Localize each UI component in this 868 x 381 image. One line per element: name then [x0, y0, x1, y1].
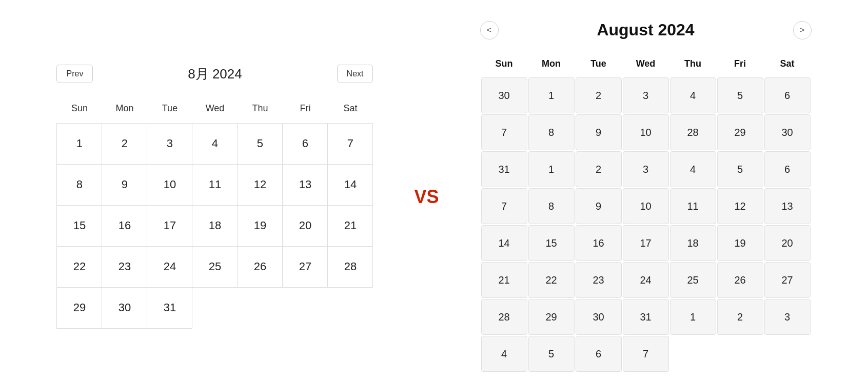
right-day-cell[interactable]: 4 [481, 336, 527, 372]
left-day-cell[interactable]: 9 [102, 164, 147, 205]
left-day-cell[interactable]: 24 [147, 246, 192, 287]
left-calendar: Prev 8月 2024 Next SunMonTueWedThuFriSat … [56, 65, 373, 329]
right-day-cell[interactable]: 19 [717, 225, 763, 261]
table-row: 293031 [57, 287, 373, 328]
right-day-header: Wed [623, 51, 669, 76]
right-day-cell[interactable]: 6 [576, 336, 622, 372]
table-row: 15161718192021 [57, 205, 373, 246]
left-day-cell[interactable]: 2 [102, 123, 147, 164]
right-next-button[interactable]: > [793, 21, 812, 39]
left-day-cell[interactable]: 28 [328, 246, 373, 287]
right-day-cell[interactable]: 5 [717, 77, 763, 113]
right-day-cell[interactable]: 13 [764, 188, 811, 224]
right-day-cell[interactable]: 20 [764, 225, 811, 261]
left-day-cell[interactable]: 17 [147, 205, 192, 246]
table-row: 31123456 [481, 151, 811, 187]
right-day-cell[interactable]: 3 [623, 151, 669, 187]
right-day-cell[interactable]: 5 [717, 151, 763, 187]
left-day-cell[interactable]: 30 [102, 287, 147, 328]
table-row: 78910111213 [481, 188, 811, 224]
right-day-cell[interactable]: 30 [481, 77, 527, 113]
right-day-cell[interactable]: 2 [576, 77, 622, 113]
right-day-cell[interactable]: 25 [670, 262, 716, 298]
left-day-cell[interactable]: 25 [192, 246, 238, 287]
right-day-cell[interactable]: 8 [528, 114, 575, 150]
left-day-cell[interactable]: 16 [102, 205, 147, 246]
right-day-cell[interactable]: 28 [670, 114, 716, 150]
right-day-cell[interactable]: 18 [670, 225, 716, 261]
left-day-cell [283, 287, 328, 328]
right-day-cell[interactable]: 27 [764, 262, 811, 298]
left-day-cell[interactable]: 19 [238, 205, 283, 246]
right-day-cell [717, 336, 763, 372]
left-day-cell[interactable]: 26 [238, 246, 283, 287]
right-day-cell[interactable]: 31 [623, 299, 669, 335]
left-day-cell[interactable]: 27 [283, 246, 328, 287]
left-day-cell[interactable]: 3 [147, 123, 192, 164]
left-day-cell[interactable]: 13 [283, 164, 328, 205]
left-day-cell[interactable]: 5 [238, 123, 283, 164]
right-day-cell[interactable]: 30 [576, 299, 622, 335]
right-day-cell[interactable]: 28 [481, 299, 527, 335]
right-day-cell[interactable]: 7 [623, 336, 669, 372]
right-day-cell[interactable]: 23 [576, 262, 622, 298]
right-day-cell[interactable]: 10 [623, 114, 669, 150]
right-month-title: August 2024 [597, 21, 694, 39]
right-day-cell[interactable]: 1 [528, 77, 575, 113]
left-day-cell [192, 287, 238, 328]
left-day-cell[interactable]: 10 [147, 164, 192, 205]
left-day-cell[interactable]: 8 [57, 164, 102, 205]
right-day-cell[interactable]: 11 [670, 188, 716, 224]
left-day-cell[interactable]: 21 [328, 205, 373, 246]
left-day-cell[interactable]: 20 [283, 205, 328, 246]
right-day-cell[interactable]: 5 [528, 336, 575, 372]
left-day-cell[interactable]: 15 [57, 205, 102, 246]
right-day-cell[interactable]: 31 [481, 151, 527, 187]
right-day-cell[interactable]: 21 [481, 262, 527, 298]
right-day-cell[interactable]: 8 [528, 188, 575, 224]
right-day-cell[interactable]: 3 [623, 77, 669, 113]
left-day-cell[interactable]: 7 [328, 123, 373, 164]
table-row: 22232425262728 [57, 246, 373, 287]
right-day-cell[interactable]: 7 [481, 188, 527, 224]
right-day-cell[interactable]: 9 [576, 188, 622, 224]
right-day-cell[interactable]: 15 [528, 225, 575, 261]
right-day-cell[interactable]: 17 [623, 225, 669, 261]
right-day-cell[interactable]: 29 [528, 299, 575, 335]
right-day-cell[interactable]: 3 [764, 299, 811, 335]
right-day-cell[interactable]: 2 [576, 151, 622, 187]
left-day-cell[interactable]: 14 [328, 164, 373, 205]
left-day-cell[interactable]: 11 [192, 164, 238, 205]
right-day-cell[interactable]: 6 [764, 151, 811, 187]
right-day-cell[interactable]: 7 [481, 114, 527, 150]
right-day-cell[interactable]: 30 [764, 114, 811, 150]
vs-label: VS [404, 186, 449, 208]
right-day-cell[interactable]: 10 [623, 188, 669, 224]
left-day-cell[interactable]: 31 [147, 287, 192, 328]
left-day-cell[interactable]: 1 [57, 123, 102, 164]
right-day-cell[interactable]: 24 [623, 262, 669, 298]
left-day-cell[interactable]: 18 [192, 205, 238, 246]
right-day-cell[interactable]: 12 [717, 188, 763, 224]
right-day-cell[interactable]: 1 [528, 151, 575, 187]
right-day-cell[interactable]: 4 [670, 77, 716, 113]
right-day-cell[interactable]: 6 [764, 77, 811, 113]
right-day-cell[interactable]: 22 [528, 262, 575, 298]
right-day-cell[interactable]: 26 [717, 262, 763, 298]
right-prev-button[interactable]: < [480, 21, 499, 39]
right-day-cell[interactable]: 16 [576, 225, 622, 261]
next-button[interactable]: Next [337, 65, 373, 83]
right-day-cell[interactable]: 29 [717, 114, 763, 150]
left-day-cell[interactable]: 12 [238, 164, 283, 205]
left-day-cell[interactable]: 6 [283, 123, 328, 164]
left-day-cell[interactable]: 22 [57, 246, 102, 287]
right-day-cell[interactable]: 9 [576, 114, 622, 150]
right-day-cell[interactable]: 1 [670, 299, 716, 335]
prev-button[interactable]: Prev [56, 65, 93, 83]
right-day-cell[interactable]: 14 [481, 225, 527, 261]
left-day-cell[interactable]: 4 [192, 123, 238, 164]
left-day-cell[interactable]: 29 [57, 287, 102, 328]
right-day-cell[interactable]: 4 [670, 151, 716, 187]
left-day-cell[interactable]: 23 [102, 246, 147, 287]
right-day-cell[interactable]: 2 [717, 299, 763, 335]
